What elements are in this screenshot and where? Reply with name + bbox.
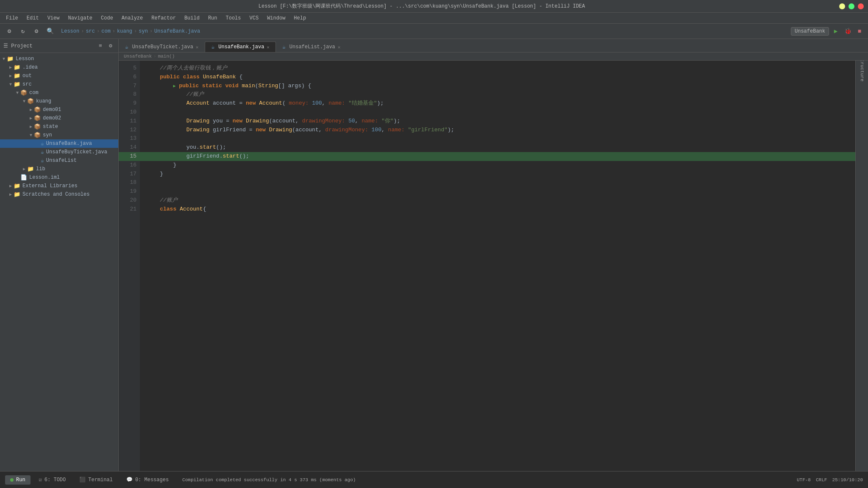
toolbar-sync[interactable]: ↻ xyxy=(17,25,29,37)
run-tab-text: Run xyxy=(16,477,25,483)
tree-label: demo01 xyxy=(43,107,61,113)
bc-lesson[interactable]: Lesson xyxy=(61,28,79,34)
line-num: 20 xyxy=(119,196,136,205)
toolbar-project-structure[interactable]: ⚙ xyxy=(3,25,15,37)
tree-idea[interactable]: ▶ 📁 .idea xyxy=(0,63,118,72)
bottom-tab-todo[interactable]: ☑ 6: TODO xyxy=(34,475,71,485)
line-num: 15 xyxy=(119,152,140,161)
tab-close-unsafelist[interactable]: ✕ xyxy=(338,44,341,50)
tab-unsafelist[interactable]: ☕ UnsafeList.java ✕ xyxy=(276,42,347,52)
expand-arrow: ▶ xyxy=(30,107,32,112)
menu-help[interactable]: Help xyxy=(290,14,309,22)
menu-build[interactable]: Build xyxy=(181,14,203,22)
run-config-name[interactable]: UnsafeBank xyxy=(791,27,829,36)
toolbar-settings[interactable]: ⚙ xyxy=(31,25,42,37)
todo-icon: ☑ xyxy=(39,477,42,483)
tab-close-unsafebank[interactable]: ✕ xyxy=(267,44,270,50)
bottom-tab-messages[interactable]: 💬 0: Messages xyxy=(121,475,174,485)
bc-kuang[interactable]: kuang xyxy=(117,28,132,34)
menu-view[interactable]: View xyxy=(44,14,63,22)
sidebar-collapse-all[interactable]: ≡ xyxy=(96,42,105,50)
terminal-tab-text: Terminal xyxy=(88,477,113,483)
line-num: 21 xyxy=(119,205,136,214)
line-num: 6 xyxy=(119,73,136,82)
messages-tab-text: 0: Messages xyxy=(135,477,169,483)
line-num: 8 xyxy=(119,90,136,99)
tree-label: src xyxy=(22,81,32,87)
tree-label: com xyxy=(29,90,39,96)
tree-label: External Libraries xyxy=(22,183,78,189)
menu-tools[interactable]: Tools xyxy=(223,14,245,22)
tree-label: demo02 xyxy=(43,115,61,121)
sidebar-settings[interactable]: ⚙ xyxy=(106,42,115,50)
tree-com[interactable]: ▼ 📦 com xyxy=(0,89,118,97)
tab-unsafebuyticket[interactable]: ☕ UnsafeBuyTicket.java ✕ xyxy=(119,42,205,52)
tab-label: UnsafeBank.java xyxy=(218,44,264,50)
line-num: 11 xyxy=(119,117,136,126)
tree-label: Lesson.iml xyxy=(29,175,60,180)
menu-run[interactable]: Run xyxy=(205,14,221,22)
tree-syn[interactable]: ▼ 📦 syn xyxy=(0,131,118,139)
tab-close-unsafebuyticket[interactable]: ✕ xyxy=(196,44,199,50)
tree-out[interactable]: ▶ 📁 out xyxy=(0,72,118,80)
menu-edit[interactable]: Edit xyxy=(23,14,42,22)
tree-lesson[interactable]: ▼ 📁 Lesson xyxy=(0,55,118,63)
code-line-6: public class UnsafeBank { xyxy=(147,73,849,82)
code-line-20: //账户 xyxy=(147,196,849,205)
bc-src[interactable]: src xyxy=(86,28,95,34)
menu-refactor[interactable]: Refactor xyxy=(148,14,179,22)
minimize-button[interactable] xyxy=(839,3,845,9)
tab-unsafebank[interactable]: ☕ UnsafeBank.java ✕ xyxy=(205,42,275,52)
folder-icon: 📦 xyxy=(34,132,41,139)
maximize-button[interactable] xyxy=(849,3,854,9)
code-editor[interactable]: //两个人去银行取钱，账户 public class UnsafeBank { … xyxy=(140,61,855,475)
tree-state[interactable]: ▶ 📦 state xyxy=(0,122,118,131)
toolbar-search[interactable]: 🔍 xyxy=(44,25,56,37)
bottom-tab-terminal[interactable]: ⬛ Terminal xyxy=(74,475,118,485)
tree-src[interactable]: ▼ 📁 src xyxy=(0,80,118,89)
close-button[interactable] xyxy=(858,3,864,9)
bc-syn[interactable]: syn xyxy=(139,28,148,34)
bc-unsafebank[interactable]: UnsafeBank xyxy=(124,54,152,59)
messages-icon: 💬 xyxy=(126,477,133,483)
debug-button[interactable]: 🐞 xyxy=(843,26,853,36)
tree-scratches[interactable]: ▶ 📁 Scratches and Consoles xyxy=(0,190,118,199)
stop-button[interactable]: ■ xyxy=(854,26,865,36)
tree-demo01[interactable]: ▶ 📦 demo01 xyxy=(0,105,118,114)
bc-main[interactable]: main() xyxy=(158,54,175,59)
tree-unsafebank[interactable]: ☕ UnsafeBank.java xyxy=(0,139,118,148)
line-num: 16 xyxy=(119,161,136,170)
structure-btn[interactable]: Structure xyxy=(857,64,867,74)
code-line-10 xyxy=(147,108,849,117)
line-sep-status[interactable]: CRLF xyxy=(816,477,827,482)
bc-file[interactable]: UnsafeBank.java xyxy=(154,28,200,34)
menu-navigate[interactable]: Navigate xyxy=(64,14,96,22)
java-file-icon: ☕ xyxy=(41,140,44,147)
tree-kuang[interactable]: ▼ 📦 kuang xyxy=(0,97,118,105)
line-num: 10 xyxy=(119,108,136,117)
tree-lib[interactable]: ▶ 📁 lib xyxy=(0,165,118,173)
bottom-tab-run[interactable]: Run xyxy=(5,475,31,485)
menu-code[interactable]: Code xyxy=(97,14,117,22)
tree-unsafebuyticket[interactable]: ☕ UnsafeBuyTicket.java xyxy=(0,148,118,156)
tree-lesson-iml[interactable]: 📄 Lesson.iml xyxy=(0,173,118,182)
window-controls[interactable] xyxy=(839,3,864,9)
run-button[interactable]: ▶ xyxy=(831,26,841,36)
menu-window[interactable]: Window xyxy=(264,14,289,22)
right-strip: Structure xyxy=(855,61,868,475)
bc-com[interactable]: com xyxy=(101,28,111,34)
line-num: 7 xyxy=(119,82,136,91)
menu-analyze[interactable]: Analyze xyxy=(118,14,146,22)
menu-file[interactable]: File xyxy=(3,14,22,22)
tree-unsafelist[interactable]: ☕ UnsafeList xyxy=(0,156,118,165)
encoding-status[interactable]: UTF-8 xyxy=(797,477,811,482)
title-text: Lesson [F:\数字班级\网课班代码\Thread\Lesson] - .… xyxy=(4,3,839,10)
toolbar: ⚙ ↻ ⚙ 🔍 Lesson › src › com › kuang › syn… xyxy=(0,24,868,39)
tree-label: kuang xyxy=(36,98,51,104)
tree-demo02[interactable]: ▶ 📦 demo02 xyxy=(0,114,118,122)
tree-external-libraries[interactable]: ▶ 📁 External Libraries xyxy=(0,182,118,190)
menu-vcs[interactable]: VCS xyxy=(246,14,262,22)
editor-breadcrumb: UnsafeBank › main() xyxy=(119,53,868,61)
code-line-14: you.start(); xyxy=(147,143,849,152)
status-right: UTF-8 CRLF 25:10/10:20 xyxy=(797,477,863,482)
